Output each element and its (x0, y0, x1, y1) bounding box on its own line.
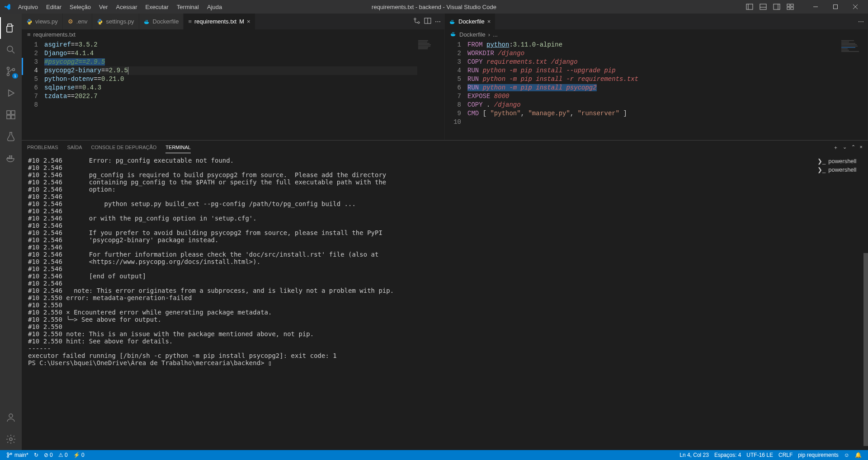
new-terminal-icon[interactable]: ＋ (833, 144, 838, 151)
svg-rect-7 (791, 4, 793, 6)
svg-point-31 (30, 23, 30, 24)
activity-accounts[interactable] (0, 407, 22, 428)
tab-views-py[interactable]: views.py (22, 14, 63, 29)
toggle-secondary-sidebar-icon[interactable] (771, 1, 782, 12)
split-editor-icon[interactable] (424, 17, 431, 26)
layout-controls (744, 1, 796, 12)
terminal-icon: ❯_ (817, 166, 826, 173)
svg-rect-36 (147, 21, 148, 22)
status-indentation[interactable]: Espaços: 4 (712, 452, 744, 458)
minimize-button[interactable] (807, 1, 825, 12)
menu-editar[interactable]: Editar (42, 2, 65, 12)
activity-extensions[interactable] (0, 104, 22, 126)
code-editor-right[interactable]: 1 2 3 4 5 6 7 8 9 10 FROM python:3.11.0-… (445, 39, 868, 140)
menu-ajuda[interactable]: Ajuda (203, 2, 226, 12)
maximize-panel-icon[interactable]: ⌃ (851, 144, 855, 151)
panel-tab-console[interactable]: CONSOLE DE DEPURAÇÃO (91, 142, 156, 153)
terminal-scrollbar[interactable] (863, 0, 868, 460)
svg-point-40 (418, 22, 420, 23)
menu-arquivo[interactable]: Arquivo (14, 2, 42, 12)
activity-docker[interactable] (0, 147, 22, 169)
terminal-dropdown-icon[interactable]: ⌄ (843, 144, 847, 151)
status-errors[interactable]: ⊘ 0 (41, 452, 56, 458)
svg-rect-6 (787, 4, 790, 6)
minimap[interactable] (417, 39, 444, 140)
activity-run-debug[interactable] (0, 82, 22, 104)
status-feedback-icon[interactable]: ☺ (841, 452, 852, 458)
tab-dockerfile-right[interactable]: Dockerfile × (445, 14, 495, 29)
svg-rect-45 (453, 21, 453, 22)
panel-tab-terminal[interactable]: TERMINAL (165, 142, 191, 153)
svg-point-53 (7, 453, 9, 455)
status-warnings[interactable]: ⚠ 0 (56, 452, 71, 458)
more-actions-icon[interactable]: ⋯ (435, 18, 441, 25)
compare-changes-icon[interactable] (413, 17, 420, 26)
status-notifications-icon[interactable]: 🔔 (852, 452, 864, 458)
activity-source-control[interactable]: 1 (0, 61, 22, 82)
terminal-tab-powershell-1[interactable]: ❯_powershell (814, 157, 868, 165)
tab-settings-py[interactable]: settings.py (92, 14, 139, 29)
maximize-button[interactable] (826, 1, 844, 12)
tab-env[interactable]: ⚙ .env (63, 14, 93, 29)
breadcrumb-right[interactable]: Dockerfile › ... (445, 29, 868, 39)
panel-tab-problemas[interactable]: PROBLEMAS (27, 142, 58, 153)
tab-label: requirements.txt (194, 18, 236, 25)
breadcrumb-item: requirements.txt (33, 31, 75, 38)
svg-rect-47 (453, 20, 453, 21)
status-ports[interactable]: ⚡ 0 (71, 452, 87, 458)
activity-testing[interactable] (0, 126, 22, 147)
vscode-logo-icon (4, 3, 11, 10)
tabs-right: Dockerfile × ⋯ (445, 14, 868, 29)
toggle-primary-sidebar-icon[interactable] (744, 1, 755, 12)
svg-point-30 (28, 19, 29, 19)
tab-requirements-txt[interactable]: ≡ requirements.txt M × (184, 14, 255, 29)
svg-rect-0 (746, 4, 753, 9)
status-encoding[interactable]: UTF-16 LE (744, 452, 776, 458)
svg-rect-9 (791, 7, 793, 9)
status-branch[interactable]: main* (4, 452, 31, 458)
activity-settings[interactable] (0, 428, 22, 450)
svg-point-16 (7, 67, 9, 70)
close-button[interactable] (846, 1, 864, 12)
menu-acessar[interactable]: Acessar (113, 2, 141, 12)
svg-rect-49 (452, 33, 453, 34)
customize-layout-icon[interactable] (785, 1, 796, 12)
svg-rect-50 (453, 33, 454, 34)
status-eol[interactable]: CRLF (776, 452, 795, 458)
status-cursor-position[interactable]: Ln 4, Col 23 (677, 452, 712, 458)
activity-explorer[interactable] (0, 17, 22, 39)
code-content[interactable]: asgiref==3.5.2 Django==4.1.4 #psycopg2==… (44, 39, 417, 140)
status-sync[interactable]: ↻ (31, 452, 41, 458)
breadcrumb-item: Dockerfile (459, 31, 486, 38)
code-editor-left[interactable]: 1 2 3 4 5 6 7 8 asgiref==3.5.2 Django==4… (22, 39, 444, 140)
svg-point-55 (10, 453, 12, 455)
menu-executar[interactable]: Executar (142, 2, 172, 12)
activity-search[interactable] (0, 39, 22, 61)
svg-rect-21 (11, 115, 15, 119)
menu-ver[interactable]: Ver (95, 2, 112, 12)
terminal-tab-powershell-2[interactable]: ❯_powershell (814, 165, 868, 174)
close-icon[interactable]: × (247, 18, 250, 25)
python-icon (26, 19, 33, 25)
tab-dockerfile-left[interactable]: Dockerfile (139, 14, 184, 29)
svg-point-39 (414, 18, 416, 20)
close-icon[interactable]: × (487, 18, 491, 25)
breadcrumb-left[interactable]: ≡ requirements.txt (22, 29, 444, 39)
line-number-gutter: 1 2 3 4 5 6 7 8 9 10 (445, 39, 467, 140)
menu-bar: Arquivo Editar Seleção Ver Acessar Execu… (14, 2, 226, 12)
svg-rect-2 (760, 4, 766, 9)
status-bar: main* ↻ ⊘ 0 ⚠ 0 ⚡ 0 Ln 4, Col 23 Espaços… (0, 450, 868, 460)
menu-selecao[interactable]: Seleção (66, 2, 94, 12)
status-language-mode[interactable]: pip requirements (795, 452, 841, 458)
panel-tab-saida[interactable]: SAÍDA (67, 142, 82, 153)
svg-rect-11 (834, 5, 838, 9)
text-file-icon: ≡ (27, 31, 31, 38)
tab-label: views.py (35, 18, 58, 25)
menu-terminal[interactable]: Terminal (173, 2, 203, 12)
code-content[interactable]: FROM python:3.11.0-alpine WORKDIR /djang… (467, 39, 840, 140)
svg-rect-19 (7, 111, 10, 114)
terminal-output[interactable]: #10 2.546 Error: pg_config executable no… (22, 154, 814, 450)
svg-point-14 (7, 46, 13, 52)
close-panel-icon[interactable]: × (860, 144, 863, 151)
toggle-panel-icon[interactable] (758, 1, 769, 12)
